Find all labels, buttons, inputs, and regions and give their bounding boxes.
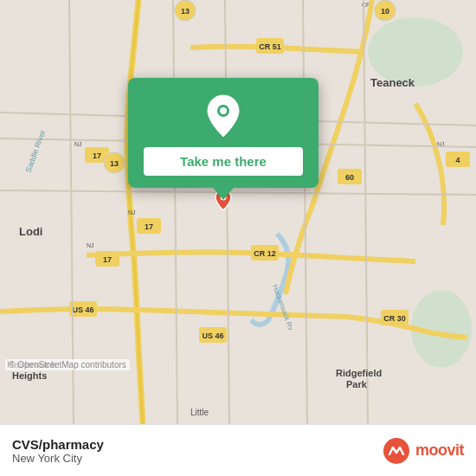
svg-text:Little: Little bbox=[190, 408, 209, 417]
svg-text:60: 60 bbox=[345, 173, 354, 182]
svg-text:Lodi: Lodi bbox=[19, 225, 42, 238]
svg-text:13: 13 bbox=[110, 159, 119, 168]
location-city: New York City bbox=[12, 452, 104, 465]
svg-text:Heights: Heights bbox=[12, 370, 47, 381]
map-container: 17 NJ CR 51 13 10 CR 13 4 NJ CR 12 US 46… bbox=[0, 0, 476, 424]
take-me-there-button[interactable]: Take me there bbox=[144, 147, 303, 176]
svg-text:17: 17 bbox=[93, 151, 101, 160]
svg-text:US 46: US 46 bbox=[72, 306, 93, 314]
svg-text:CR 51: CR 51 bbox=[259, 42, 281, 51]
svg-text:NJ: NJ bbox=[87, 242, 94, 248]
svg-point-52 bbox=[220, 107, 227, 114]
svg-text:Ridgefield: Ridgefield bbox=[336, 368, 382, 378]
svg-text:NJ: NJ bbox=[128, 209, 136, 215]
svg-text:CR 12: CR 12 bbox=[254, 249, 276, 258]
svg-text:13: 13 bbox=[181, 7, 190, 16]
location-pin-icon bbox=[201, 93, 246, 138]
svg-text:17: 17 bbox=[103, 255, 112, 264]
location-info: CVS/pharmacy New York City bbox=[12, 437, 104, 465]
svg-text:NJ: NJ bbox=[74, 141, 82, 147]
svg-text:CR 30: CR 30 bbox=[383, 314, 406, 323]
moovit-brand-text: moovit bbox=[415, 441, 464, 460]
moovit-brand-icon bbox=[383, 437, 410, 465]
moovit-logo: moovit bbox=[383, 437, 464, 465]
location-popup: Take me there bbox=[128, 78, 318, 188]
location-name: CVS/pharmacy bbox=[12, 437, 104, 452]
svg-text:17: 17 bbox=[145, 222, 153, 231]
svg-text:Teaneck: Teaneck bbox=[370, 76, 415, 89]
bottom-bar: CVS/pharmacy New York City moovit bbox=[0, 424, 476, 476]
svg-text:4: 4 bbox=[455, 156, 460, 164]
svg-text:10: 10 bbox=[381, 7, 389, 16]
svg-text:Park: Park bbox=[346, 379, 368, 389]
copyright-text: © OpenStreetMap contributors bbox=[5, 359, 130, 370]
svg-text:US 46: US 46 bbox=[202, 331, 223, 340]
